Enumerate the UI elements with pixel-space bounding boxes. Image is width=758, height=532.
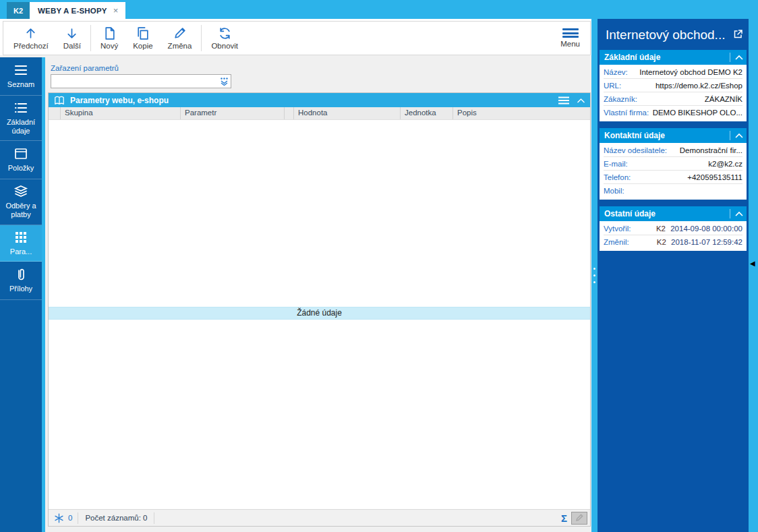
sidebar: Seznam Základní údaje Položky Odběry a p…: [0, 57, 42, 532]
k2-logo[interactable]: K2: [7, 2, 30, 19]
new-document-icon: [103, 26, 117, 40]
main-area: Zařazení parametrů: [45, 57, 591, 532]
grid-body[interactable]: Žádné údaje: [49, 120, 590, 509]
section-header[interactable]: Kontaktní údaje: [600, 128, 747, 143]
selected-count: 0: [53, 513, 78, 523]
list-icon: [13, 63, 28, 77]
hamburger-icon: [562, 28, 579, 38]
record-count-label: Počet záznamů: 0: [78, 514, 154, 522]
open-external-icon[interactable]: [733, 29, 743, 41]
sidebar-item-zakladni-udaje[interactable]: Základní údaje: [0, 96, 42, 141]
grid-title: Parametry webu, e-shopu: [70, 96, 169, 105]
section-kontaktni-udaje: Kontaktní údaje Název odesilatele: Demon…: [600, 128, 747, 200]
field-row-zmenil[interactable]: Změnil: K2 2018-11-07 12:59:42: [604, 235, 742, 249]
parameter-filter-combobox[interactable]: [51, 74, 231, 88]
changed-timestamp: 2018-11-07 12:59:42: [671, 238, 742, 246]
sidebar-item-polozky[interactable]: Položky: [0, 141, 42, 179]
chevron-up-icon[interactable]: [730, 53, 743, 62]
column-header-jednotka[interactable]: Jednotka: [401, 107, 453, 119]
sidebar-item-seznam[interactable]: Seznam: [0, 57, 42, 96]
column-header[interactable]: [49, 107, 61, 119]
column-header-skupina[interactable]: Skupina: [61, 107, 181, 119]
column-header[interactable]: [285, 107, 294, 119]
created-timestamp: 2014-09-08 00:00:00: [670, 225, 742, 233]
field-row-url[interactable]: URL: https://demo.k2.cz/Eshop: [604, 79, 742, 92]
asterisk-icon: [54, 513, 64, 523]
arrow-down-icon: [65, 26, 79, 40]
chevron-up-icon[interactable]: [577, 98, 585, 103]
field-row-zakaznik[interactable]: Zákazník: ZÁKAZNÍK: [604, 92, 742, 106]
filter-area: Zařazení parametrů: [48, 57, 591, 92]
menu-button[interactable]: Menu: [553, 22, 587, 55]
toolbar-separator: [90, 25, 91, 51]
arrow-up-icon: [24, 26, 38, 40]
pencil-icon: [173, 26, 187, 40]
book-icon: [53, 95, 65, 106]
toolbar: Předchozí Další Nový Kopie Změna: [3, 21, 591, 55]
chevron-up-icon[interactable]: [730, 209, 743, 218]
tab-label: WEBY A E-SHOPY: [38, 7, 107, 15]
dropdown-icon[interactable]: [217, 77, 231, 86]
copy-icon: [136, 26, 150, 40]
toolbar-separator: [201, 25, 202, 51]
detail-panel: Internetový obchod... Základní údaje Náz…: [597, 19, 749, 532]
new-button[interactable]: Nový: [93, 22, 125, 55]
status-separator: [154, 512, 154, 524]
pencil-icon: [575, 514, 583, 522]
changed-by-user: K2: [657, 238, 666, 246]
created-by-user: K2: [656, 225, 666, 233]
sum-icon[interactable]: Σ: [561, 512, 567, 524]
collapse-panel-arrow[interactable]: ◀: [750, 260, 755, 267]
change-button[interactable]: Změna: [161, 22, 200, 55]
detail-list-icon: [13, 101, 28, 115]
field-row-vytvoril[interactable]: Vytvořil: K2 2014-09-08 00:00:00: [604, 222, 742, 235]
copy-button[interactable]: Kopie: [125, 22, 160, 55]
sidebar-item-parametry[interactable]: Para...: [0, 225, 42, 262]
section-header[interactable]: Ostatní údaje: [600, 206, 747, 221]
grid-statusbar: 0 Počet záznamů: 0 Σ: [49, 509, 590, 526]
column-header-popis[interactable]: Popis: [453, 107, 590, 119]
splitter-handle[interactable]: [593, 268, 595, 283]
section-ostatni-udaje: Ostatní údaje Vytvořil: K2 2014-09-08 00…: [600, 206, 747, 251]
items-box-icon: [13, 147, 28, 160]
refresh-icon: [218, 26, 232, 40]
column-header-parametr[interactable]: Parametr: [181, 107, 285, 119]
edit-note-button[interactable]: [571, 512, 587, 525]
parameter-filter-label: Zařazení parametrů: [51, 64, 591, 72]
section-header[interactable]: Základní údaje: [600, 50, 747, 65]
field-row-telefon[interactable]: Telefon: +420595135111: [604, 171, 742, 184]
tab-weby-a-eshopy[interactable]: WEBY A E-SHOPY ×: [30, 2, 125, 19]
column-headers: Skupina Parametr Hodnota Jednotka Popis: [49, 107, 590, 120]
close-icon[interactable]: ×: [113, 5, 119, 16]
field-row-nazev-odesilatele[interactable]: Název odesilatele: Demonstrační fir...: [604, 144, 742, 157]
grid-icon: [13, 231, 28, 244]
field-row-vlastni-firma[interactable]: Vlastní firma: DEMO BIKESHOP OLO...: [604, 106, 742, 119]
paperclip-icon: [13, 268, 28, 281]
toolbar-wrap: Předchozí Další Nový Kopie Změna: [0, 19, 591, 55]
parameter-filter-input[interactable]: [51, 75, 217, 88]
sidebar-item-odbery-a-platby[interactable]: Odběry a platby: [0, 179, 42, 225]
panel-splitter[interactable]: [591, 19, 597, 532]
layers-icon: [13, 185, 28, 198]
next-button[interactable]: Další: [56, 22, 88, 55]
chevron-up-icon[interactable]: [730, 131, 743, 140]
previous-button[interactable]: Předchozí: [6, 22, 56, 55]
tab-bar: K2 WEBY A E-SHOPY ×: [0, 0, 758, 19]
section-zakladni-udaje: Základní údaje Název: Internetový obchod…: [600, 50, 747, 121]
field-row-email[interactable]: E-mail: k2@k2.cz: [604, 157, 742, 171]
parameters-grid: Parametry webu, e-shopu Skupina Parametr…: [48, 92, 591, 527]
refresh-button[interactable]: Obnovit: [204, 22, 245, 55]
grid-menu-icon[interactable]: [558, 96, 570, 105]
column-header-hodnota[interactable]: Hodnota: [294, 107, 401, 119]
panel-title: Internetový obchod...: [606, 28, 730, 42]
grid-header: Parametry webu, e-shopu: [49, 93, 590, 107]
field-row-nazev[interactable]: Název: Internetový obchod DEMO K2: [604, 65, 742, 79]
right-edge-strip: ◀: [749, 19, 758, 532]
sidebar-item-prilohy[interactable]: Přílohy: [0, 262, 42, 300]
no-data-row: Žádné údaje: [49, 307, 590, 320]
field-row-mobil[interactable]: Mobil:: [604, 184, 742, 198]
